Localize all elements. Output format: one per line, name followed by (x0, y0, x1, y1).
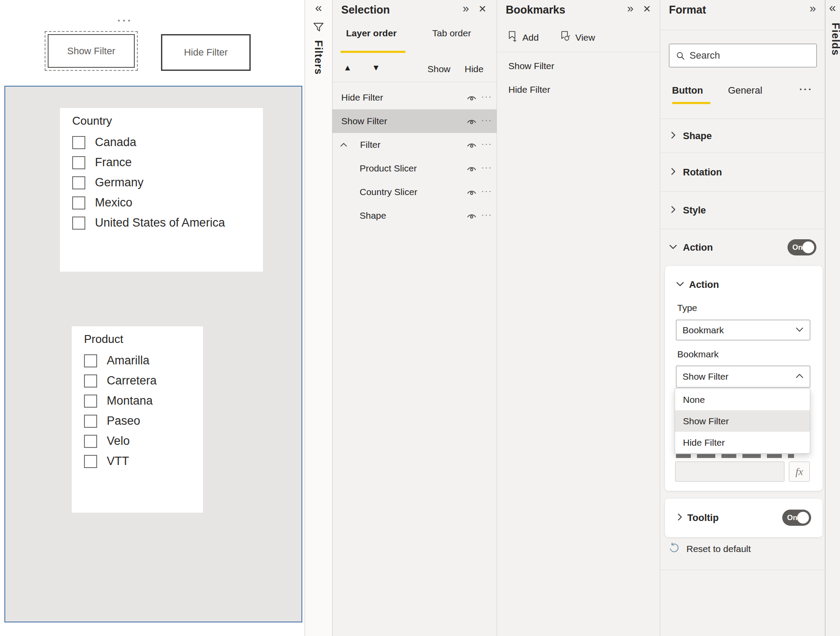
visibility-eye-icon[interactable] (467, 94, 476, 103)
tab-tab-order[interactable]: Tab order (432, 28, 471, 38)
slicer-item-montana[interactable]: Montana (84, 394, 203, 408)
section-label: Shape (683, 130, 712, 142)
layer-more-options-icon[interactable]: ··· (481, 163, 492, 172)
collapse-pane-icon[interactable]: » (463, 3, 469, 14)
layer-row-shape[interactable]: Shape ··· (332, 204, 497, 227)
action-type-select[interactable]: Bookmark (676, 320, 810, 340)
close-pane-icon[interactable]: ✕ (643, 4, 651, 14)
checkbox-unchecked[interactable] (84, 415, 97, 428)
filter-panel-shape[interactable]: Country Canada France Germany Mexico (4, 86, 302, 622)
divider (660, 30, 825, 30)
bookmark-label: Show Filter (508, 61, 554, 71)
layer-more-options-icon[interactable]: ··· (481, 186, 492, 196)
fields-pane-collapsed: « Fields (825, 0, 840, 636)
slicer-title: Product (84, 332, 203, 346)
show-filter-button[interactable]: Show Filter (48, 34, 135, 68)
slicer-item-amarilla[interactable]: Amarilla (84, 354, 203, 367)
show-filter-button-selection-frame[interactable]: Show Filter (45, 31, 138, 71)
bookmark-add-icon (508, 31, 518, 45)
bookmark-select-open[interactable]: Show Filter (676, 366, 810, 388)
move-layer-up-button[interactable]: ▲ (343, 63, 352, 73)
visual-more-options-icon[interactable]: ··· (108, 15, 143, 27)
format-search-input[interactable] (690, 44, 812, 67)
checkbox-unchecked[interactable] (72, 196, 85, 210)
collapse-group-icon[interactable] (340, 141, 347, 149)
tooltip-toggle[interactable]: On (782, 510, 811, 526)
slicer-item-usa[interactable]: United States of America (72, 216, 263, 230)
action-card-header[interactable]: Action (676, 279, 719, 290)
bookmark-item-show-filter[interactable]: Show Filter (497, 54, 660, 78)
slicer-item-velo[interactable]: Velo (84, 434, 203, 448)
layer-more-options-icon[interactable]: ··· (481, 115, 492, 125)
checkbox-unchecked[interactable] (84, 374, 97, 388)
section-action[interactable]: Action On (660, 229, 825, 266)
slicer-item-mexico[interactable]: Mexico (72, 196, 263, 210)
expand-filters-icon[interactable]: « (305, 1, 332, 15)
checkbox-unchecked[interactable] (84, 354, 97, 367)
add-bookmark-button[interactable]: Add (508, 31, 539, 45)
fields-rail-label[interactable]: Fields (830, 23, 840, 56)
tab-layer-order[interactable]: Layer order (346, 28, 397, 38)
visibility-eye-icon[interactable] (467, 142, 476, 150)
layer-more-options-icon[interactable]: ··· (481, 139, 492, 149)
slicer-item-carretera[interactable]: Carretera (84, 374, 203, 388)
section-label: Action (683, 242, 713, 253)
reset-to-default-button[interactable]: Reset to default (668, 542, 751, 556)
collapse-pane-icon[interactable]: » (810, 3, 816, 14)
layer-row-country-slicer[interactable]: Country Slicer ··· (332, 180, 497, 204)
expand-fields-icon[interactable]: « (829, 1, 840, 15)
tab-button-format[interactable]: Button (672, 85, 703, 96)
hide-filter-button[interactable]: Hide Filter (161, 34, 251, 71)
slicer-item-canada[interactable]: Canada (72, 136, 263, 149)
close-pane-icon[interactable]: ✕ (479, 4, 486, 14)
checkbox-unchecked[interactable] (84, 435, 97, 448)
layer-label: Filter (360, 140, 381, 150)
show-column-header: Show (427, 64, 451, 74)
slicer-item-paseo[interactable]: Paseo (84, 414, 203, 428)
bookmark-label: Hide Filter (508, 84, 550, 95)
visibility-eye-icon[interactable] (467, 189, 476, 198)
dropdown-option-show-filter[interactable]: Show Filter (675, 410, 810, 432)
visibility-eye-icon[interactable] (467, 213, 476, 221)
slicer-item-france[interactable]: France (72, 156, 263, 169)
action-value-input[interactable] (675, 461, 784, 482)
layer-row-show-filter[interactable]: Show Filter ··· (332, 109, 497, 133)
section-rotation[interactable]: Rotation (660, 153, 825, 192)
checkbox-unchecked[interactable] (72, 176, 85, 189)
checkbox-unchecked[interactable] (72, 156, 85, 169)
checkbox-unchecked[interactable] (72, 136, 85, 149)
tab-general-format[interactable]: General (728, 85, 762, 96)
layer-more-options-icon[interactable]: ··· (481, 92, 492, 101)
move-layer-down-button[interactable]: ▼ (372, 63, 380, 73)
visibility-eye-icon[interactable] (467, 118, 476, 127)
chevron-down-icon (676, 281, 684, 289)
visibility-eye-icon[interactable] (467, 165, 476, 174)
collapse-pane-icon[interactable]: » (627, 3, 634, 14)
dropdown-option-hide-filter[interactable]: Hide Filter (675, 432, 810, 453)
checkbox-unchecked[interactable] (84, 455, 97, 468)
layer-row-product-slicer[interactable]: Product Slicer ··· (332, 157, 497, 180)
slicer-item-germany[interactable]: Germany (72, 176, 263, 189)
checkbox-unchecked[interactable] (84, 395, 97, 408)
reset-icon (668, 542, 680, 556)
layer-row-filter-group[interactable]: Filter ··· (332, 133, 497, 157)
section-style[interactable]: Style (660, 192, 825, 229)
section-shape[interactable]: Shape (660, 119, 825, 153)
dropdown-option-none[interactable]: None (675, 389, 810, 410)
layer-row-hide-filter[interactable]: Hide Filter ··· (332, 86, 497, 109)
action-toggle[interactable]: On (788, 239, 816, 255)
slicer-item-vtt[interactable]: VTT (84, 454, 203, 468)
format-tabs-more-icon[interactable]: ··· (799, 84, 813, 95)
format-search-box[interactable] (669, 44, 817, 67)
conditional-formatting-fx-button[interactable]: fx (789, 461, 810, 482)
layer-label: Hide Filter (341, 92, 383, 103)
filter-funnel-icon[interactable] (312, 21, 325, 35)
checkbox-unchecked[interactable] (72, 217, 85, 230)
tooltip-card-header[interactable]: Tooltip (677, 512, 719, 524)
view-bookmarks-button[interactable]: View (560, 31, 595, 45)
bookmarks-pane-title: Bookmarks (506, 3, 565, 16)
layer-more-options-icon[interactable]: ··· (481, 210, 492, 220)
bookmark-item-hide-filter[interactable]: Hide Filter (497, 78, 660, 101)
report-canvas: ··· Show Filter Hide Filter Country Cana… (0, 0, 305, 636)
filters-rail-label[interactable]: Filters (312, 40, 325, 75)
